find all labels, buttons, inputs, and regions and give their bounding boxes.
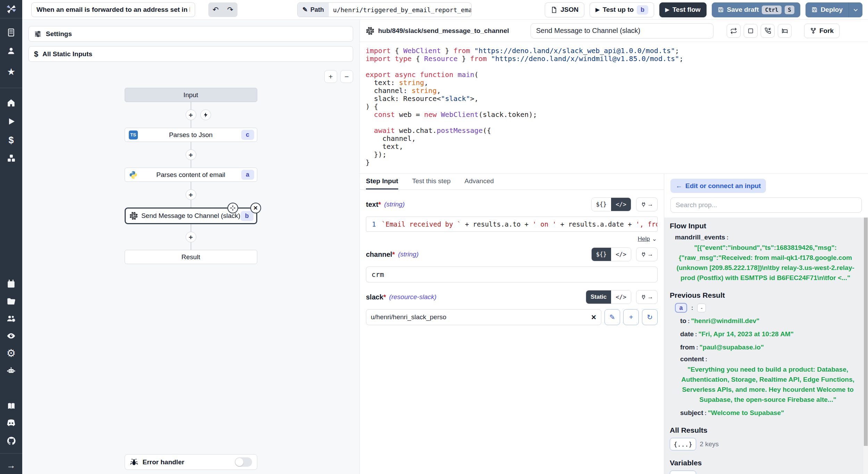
connect-input-button[interactable]: → [636,197,658,211]
flow-settings-button[interactable]: Settings [28,26,353,42]
resource-picker[interactable]: ✕ [366,309,601,325]
move-step-handle[interactable] [227,203,238,213]
connect-input-button[interactable]: → [636,290,658,304]
tab-test-this-step[interactable]: Test this step [412,174,451,189]
schedules-calendar-icon[interactable] [5,278,17,289]
result-content-row[interactable]: content : [670,355,858,363]
collapse-button[interactable]: - [697,304,706,312]
path-value-input[interactable]: u/henri/triggered_by_email_report_email [329,3,471,17]
code-editor[interactable]: import { WebClient } from "https://deno.… [360,42,868,173]
flow-node-parses-to-json[interactable]: TS Parses to Json c [125,128,257,142]
code-mode-segment[interactable]: </> [611,198,631,211]
play-icon: ▶ [665,7,669,13]
slack-resource-input[interactable] [371,313,591,321]
step-name-input[interactable] [531,23,713,39]
edit-or-connect-button[interactable]: ← Edit or connect an input [670,179,766,193]
help-link[interactable]: Help [638,236,650,243]
search-prop-input[interactable] [670,197,862,213]
chevron-down-icon[interactable] [853,7,859,13]
settings-gear-icon[interactable]: ⚙ [5,348,17,359]
resources-cubes-icon[interactable] [5,153,17,164]
folders-icon[interactable] [5,296,17,307]
add-step-button[interactable]: + [185,189,196,200]
reload-script-button[interactable] [727,24,741,38]
json-button[interactable]: JSON [545,2,584,17]
variables-expand-chip[interactable]: {...} [670,471,696,474]
undo-button[interactable]: ↶ [208,2,223,17]
flow-node-result[interactable]: Result [125,250,257,264]
chevron-down-icon[interactable]: ⌄ [652,235,657,243]
channel-value-input[interactable] [366,266,658,282]
code-mode-segment[interactable]: </> [611,248,631,261]
flow-input-key-row[interactable]: mandrill_events : [670,234,858,241]
flow-node-send-message-selected[interactable]: ✕ Send Message to Channel (slack) b [125,208,257,224]
required-asterisk: * [383,293,386,301]
back-arrow-icon: ← [676,182,682,190]
groups-icon[interactable] [5,313,17,324]
runs-play-icon[interactable] [5,116,17,127]
variables-dollar-icon[interactable]: $ [5,135,17,146]
workspace-icon[interactable] [5,27,17,38]
prop-panel-scrollbar[interactable] [863,218,868,474]
clear-resource-icon[interactable]: ✕ [591,313,596,321]
result-date-row[interactable]: date : "Fri, Apr 14, 2023 at 10:28 AM" [670,329,858,339]
hub-script-path[interactable]: hub/849/slack/send_message_to_channel [366,27,509,35]
edit-resource-button[interactable]: ✎ [604,309,620,325]
github-icon[interactable] [5,435,17,446]
refresh-resource-button[interactable]: ↻ [642,309,658,325]
code-mode-segment[interactable]: </> [611,290,631,304]
test-flow-button[interactable]: ▶ Test flow [659,2,706,17]
zoom-out-button[interactable]: − [340,70,353,83]
flow-node-input[interactable]: Input [125,88,257,102]
result-from-row[interactable]: from : "paul@supabase.io" [670,342,858,352]
template-mode-segment[interactable]: ${} [592,198,611,211]
test-up-to-button[interactable]: ▶ Test up to b [590,2,654,17]
flow-node-parses-content[interactable]: Parses content of email a [125,168,257,182]
error-handler-bar[interactable]: Error handler [125,454,257,470]
user-icon[interactable] [5,45,17,57]
zoom-in-button[interactable]: + [324,70,337,83]
audit-eye-icon[interactable] [5,330,17,341]
template-mode-segment[interactable]: ${} [592,248,611,261]
error-handler-toggle[interactable] [235,457,252,467]
field-type: (resource-slack) [389,293,436,301]
add-step-button[interactable]: + [185,232,196,243]
delete-step-button[interactable]: ✕ [250,203,261,213]
save-draft-button[interactable]: Save draft Ctrl S [712,2,800,17]
flow-input-value[interactable]: "[{"event":"inbound","ts":1683819426,"ms… [670,241,858,283]
tab-advanced[interactable]: Advanced [465,174,494,189]
ai-robot-icon[interactable] [5,365,17,376]
flow-title-input[interactable] [31,2,195,17]
static-mode-segment[interactable]: Static [586,290,611,304]
bed-flag-button[interactable] [778,24,792,38]
tab-step-input[interactable]: Step Input [366,174,398,189]
connector: + [125,224,257,250]
canvas-zoom-controls: + − [324,70,353,83]
windmill-logo[interactable] [5,3,17,15]
fork-button[interactable]: Fork [804,24,840,38]
connect-input-button[interactable]: → [636,247,658,261]
stop-square-button[interactable] [744,24,758,38]
result-subject-row[interactable]: subject : "Welcome to Supabase" [670,408,858,418]
discord-icon[interactable] [5,418,17,429]
all-results-expand-chip[interactable]: {...} [670,438,696,450]
all-static-inputs-button[interactable]: $ All Static Inputs [28,46,353,62]
path-edit-button[interactable]: ✎ Path [298,3,329,17]
result-to-row[interactable]: to : "henri@windmill.dev" [670,316,858,326]
collapse-arrow-icon[interactable]: → [5,460,17,471]
text-expression-editor[interactable]: 1 `Email received by ` + results.a.to + … [366,217,658,232]
add-step-button[interactable]: + [185,110,196,120]
add-step-button[interactable]: + [185,150,196,160]
favorites-star-icon[interactable]: ★ [5,66,17,77]
deploy-button[interactable]: Deploy [806,2,862,17]
scrollbar-thumb[interactable] [864,218,868,446]
phone-incoming-button[interactable] [761,24,775,38]
redo-button[interactable]: ↷ [223,2,237,17]
add-resource-button[interactable]: + [623,309,639,325]
prop-value: "henri@windmill.dev" [691,316,759,326]
result-a-chip[interactable]: a [675,303,687,313]
result-content-value[interactable]: "Everything you need to build a product:… [670,363,858,405]
trigger-bolt-button[interactable] [200,110,211,120]
docs-book-icon[interactable] [5,400,17,412]
home-icon[interactable] [5,97,17,108]
